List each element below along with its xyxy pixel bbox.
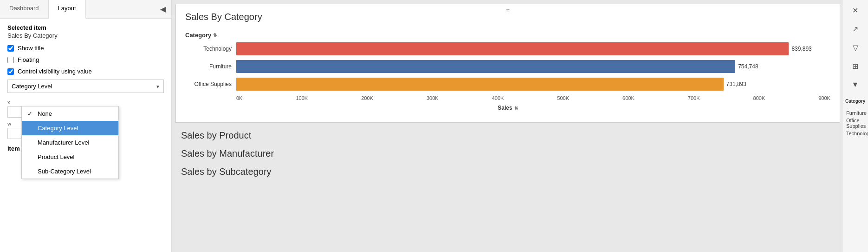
selected-item-label: Selected item xyxy=(7,24,164,31)
filter-item-technology[interactable]: Technology xyxy=(846,130,864,137)
control-visibility-label: Control visibility using value xyxy=(18,68,92,75)
control-visibility-row: Control visibility using value xyxy=(7,68,164,75)
bar-track-furniture: 754,748 xyxy=(236,60,830,73)
panel-content: Selected item Sales By Category Show tit… xyxy=(0,19,171,252)
category-sort-icon[interactable]: ⇅ xyxy=(213,33,217,38)
section-sales-manufacturer: Sales by Manufacturer xyxy=(181,148,859,159)
section-sales-subcategory: Sales by Subcategory xyxy=(181,166,859,177)
external-link-button[interactable]: ↗ xyxy=(847,20,864,37)
x-label: x xyxy=(7,99,43,105)
bar-fill-office-supplies xyxy=(236,78,724,91)
bar-chart: Technology 839,893 Furniture 754,748 xyxy=(185,42,830,91)
filter-category-label: Category xyxy=(845,99,865,104)
collapse-button[interactable]: ◀ xyxy=(155,0,171,18)
dropdown-option-manufacturer[interactable]: Manufacturer Level xyxy=(22,135,118,150)
dropdown-option-category-label: Category Level xyxy=(38,125,78,132)
bar-value-office-supplies: 731,893 xyxy=(726,81,746,87)
x-tick-100k: 100K xyxy=(296,95,308,101)
bar-label-furniture: Furniture xyxy=(185,63,236,70)
bar-value-furniture: 754,748 xyxy=(738,63,758,70)
dropdown-option-category[interactable]: Category Level xyxy=(22,121,118,135)
dropdown-option-product[interactable]: Product Level xyxy=(22,150,118,164)
dropdown-option-none[interactable]: ✓ None xyxy=(22,106,118,121)
x-tick-600k: 600K xyxy=(622,95,635,101)
filter-item-office-supplies[interactable]: Office Supplies xyxy=(846,117,864,130)
filter-button[interactable]: ▽ xyxy=(847,39,864,56)
selected-item-name: Sales By Category xyxy=(7,32,164,39)
chart-area: Category ⇅ Technology 839,893 Furniture xyxy=(185,28,830,115)
floating-checkbox[interactable] xyxy=(7,57,14,63)
x-tick-500k: 500K xyxy=(557,95,569,101)
tab-layout[interactable]: Layout xyxy=(49,0,86,19)
bar-value-technology: 839,893 xyxy=(791,46,811,52)
control-visibility-checkbox[interactable] xyxy=(7,68,14,75)
x-tick-0k: 0K xyxy=(236,95,242,101)
left-panel: Dashboard Layout ◀ Selected item Sales B… xyxy=(0,0,172,252)
dropdown-option-subcategory-label: Sub-Category Level xyxy=(38,168,91,175)
bar-track-office-supplies: 731,893 xyxy=(236,78,830,91)
x-tick-800k: 800K xyxy=(753,95,765,101)
none-check-icon: ✓ xyxy=(27,110,34,117)
x-axis-label-text: Sales xyxy=(498,105,512,111)
filter-item-furniture[interactable]: Furniture xyxy=(846,109,864,117)
bar-fill-furniture xyxy=(236,60,735,73)
category-header: Category ⇅ xyxy=(185,32,830,39)
category-header-label: Category xyxy=(185,32,211,39)
x-axis-label: Sales ⇅ xyxy=(185,105,830,111)
floating-row: Floating xyxy=(7,56,164,63)
control-visibility-select[interactable]: None Category Level Manufacturer Level P… xyxy=(7,80,164,93)
content-area: Sales by Product Sales by Manufacturer S… xyxy=(172,126,868,188)
drag-handle-icon[interactable]: ≡ xyxy=(506,7,510,14)
x-tick-300k: 300K xyxy=(427,95,439,101)
x-tick-900k: 900K xyxy=(818,95,830,101)
floating-label: Floating xyxy=(18,56,39,63)
bar-track-technology: 839,893 xyxy=(236,42,830,55)
tab-bar: Dashboard Layout ◀ xyxy=(0,0,171,19)
bar-label-technology: Technology xyxy=(185,46,236,52)
dropdown-option-product-label: Product Level xyxy=(38,153,75,160)
x-axis-sort-icon[interactable]: ⇅ xyxy=(514,106,518,111)
dropdown-option-none-label: None xyxy=(38,110,52,117)
bar-label-office-supplies: Office Supplies xyxy=(185,81,236,87)
filter-list: Furniture Office Supplies Technology xyxy=(842,107,868,139)
scroll-down-button[interactable]: ▼ xyxy=(847,76,864,93)
close-filter-button[interactable]: ✕ xyxy=(847,2,864,19)
filter-category-header: Category xyxy=(842,97,868,106)
bar-row-technology: Technology 839,893 xyxy=(185,42,830,55)
pin-button[interactable]: ⊞ xyxy=(847,58,864,74)
x-tick-700k: 700K xyxy=(688,95,700,101)
bar-fill-technology xyxy=(236,42,789,55)
dropdown-overlay: ✓ None Category Level Manufacturer Level… xyxy=(21,106,119,179)
right-area: ≡ Sales By Category Category ⇅ Technolog… xyxy=(172,0,868,252)
bar-row-furniture: Furniture 754,748 xyxy=(185,60,830,73)
dropdown-option-subcategory[interactable]: Sub-Category Level xyxy=(22,164,118,179)
x-tick-400k: 400K xyxy=(492,95,504,101)
dropdown-option-manufacturer-label: Manufacturer Level xyxy=(38,139,89,146)
chart-container: ≡ Sales By Category Category ⇅ Technolog… xyxy=(175,4,840,123)
dropdown-row: None Category Level Manufacturer Level P… xyxy=(7,80,164,93)
section-sales-product: Sales by Product xyxy=(181,130,859,141)
show-title-row: Show title xyxy=(7,45,164,52)
bar-row-office-supplies: Office Supplies 731,893 xyxy=(185,78,830,91)
x-tick-200k: 200K xyxy=(361,95,373,101)
x-axis: 0K 100K 200K 300K 400K 500K 600K 700K 80… xyxy=(236,95,830,101)
show-title-checkbox[interactable] xyxy=(7,45,14,52)
filter-sidebar: ✕ ↗ ▽ ⊞ ▼ Category Furniture Office Supp… xyxy=(842,0,868,252)
show-title-label: Show title xyxy=(18,45,44,52)
tab-dashboard[interactable]: Dashboard xyxy=(0,0,49,18)
